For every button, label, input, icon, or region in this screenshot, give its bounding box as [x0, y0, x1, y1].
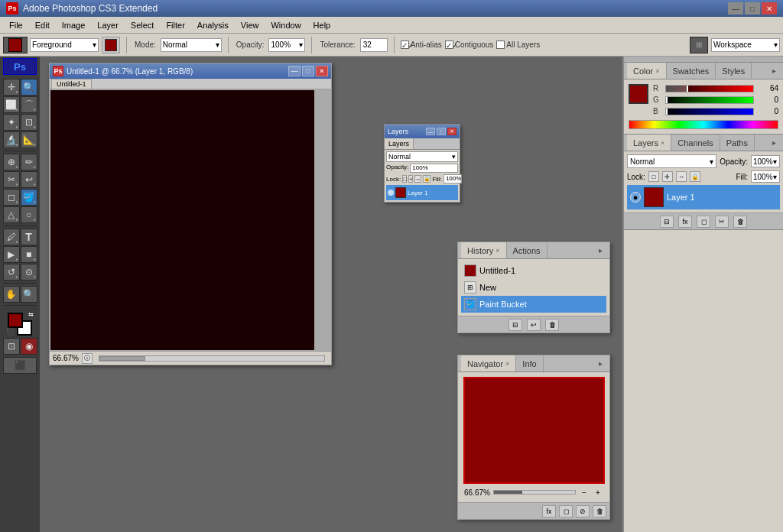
mini-lock-icon4[interactable]: 🔒 [423, 175, 430, 183]
mini-fill-input[interactable]: 100% [443, 174, 462, 183]
paint-bucket-tool[interactable]: 🪣▸ [21, 189, 37, 206]
navigator-zoom-slider[interactable] [493, 490, 576, 495]
quick-mask-mode[interactable]: ◉ [21, 338, 37, 355]
history-item-2[interactable]: ⊞ New [461, 279, 606, 296]
menu-layer[interactable]: Layer [91, 19, 125, 31]
doc-maximize-btn[interactable]: □ [302, 66, 314, 76]
mini-close-btn[interactable]: ✕ [447, 128, 456, 135]
mini-lock-icon2[interactable]: + [408, 175, 413, 183]
history-panel-options[interactable]: ▸ [594, 245, 606, 257]
nav-btn-4[interactable]: 🗑 [593, 505, 606, 517]
3d-orbit-tool[interactable]: ⊙▸ [21, 264, 37, 281]
workspace-icon[interactable]: ⊞ [690, 37, 708, 54]
healing-brush-tool[interactable]: ⊕▸ [3, 154, 20, 170]
opacity-input[interactable]: 100%▾ [268, 38, 305, 52]
doc-scrollbar-h[interactable] [99, 355, 325, 362]
dodge-tool[interactable]: ○▸ [21, 206, 37, 223]
hand-tool[interactable]: ✋ [3, 286, 20, 303]
history-delete-btn[interactable]: 🗑 [545, 319, 559, 331]
mini-blend-dropdown[interactable]: Normal▾ [386, 151, 458, 162]
color-panel-options[interactable]: ▸ [768, 65, 780, 77]
all-layers-checkbox[interactable]: All Layers [496, 41, 540, 49]
lock-position-icon[interactable]: ↔ [676, 171, 687, 182]
history-brush-tool[interactable]: ↩▸ [21, 171, 37, 188]
panels-resize-handle[interactable] [624, 57, 783, 63]
menu-analysis[interactable]: Analysis [191, 19, 235, 31]
swap-colors-icon[interactable]: ⇆ [28, 311, 34, 318]
zoom-in-btn[interactable]: + [593, 487, 603, 498]
tool-preset-picker[interactable] [3, 37, 28, 54]
color-spectrum[interactable] [629, 120, 778, 129]
history-item-1[interactable]: Untitled-1 [461, 262, 606, 279]
layer-item-1[interactable]: ● Layer 1 [627, 185, 780, 209]
tab-layers[interactable]: Layers × [627, 135, 671, 151]
navigator-panel-options[interactable]: ▸ [594, 358, 606, 370]
eyedropper-tool[interactable]: 🔬▸ [3, 131, 20, 148]
tab-navigator[interactable]: Navigator × [461, 355, 516, 371]
layers-blend-dropdown[interactable]: Normal▾ [627, 154, 716, 168]
path-selection-tool[interactable]: ▶▸ [3, 246, 20, 263]
tab-info[interactable]: Info [516, 355, 543, 371]
contiguous-checkbox[interactable]: ✓ Contiguous [445, 41, 494, 49]
mini-layer-item[interactable]: Layer 1 [386, 185, 458, 200]
3d-rotate-tool[interactable]: ↺▸ [3, 264, 20, 281]
document-canvas[interactable] [50, 90, 314, 350]
zoom-tool2[interactable]: 🔍 [21, 79, 37, 96]
tab-actions[interactable]: Actions [507, 242, 547, 258]
new-layer-btn[interactable]: ✂ [715, 216, 729, 228]
mini-lock-icon1[interactable]: □ [402, 175, 407, 183]
magic-wand-tool[interactable]: ✦▸ [3, 114, 20, 131]
doc-info-btn[interactable]: ⓘ [82, 353, 93, 364]
nav-btn-3[interactable]: ⊘ [576, 505, 590, 517]
mini-tab-layers[interactable]: Layers [385, 138, 414, 149]
foreground-color[interactable] [8, 313, 23, 328]
standard-mode[interactable]: ⊡ [3, 338, 20, 355]
tab-color[interactable]: Color × [627, 63, 667, 79]
blur-tool[interactable]: △▸ [3, 206, 20, 223]
navigator-tab-close[interactable]: × [505, 360, 509, 368]
new-group-btn[interactable]: ◻ [697, 216, 710, 228]
color-fg-swatch[interactable] [629, 84, 648, 104]
r-slider[interactable] [665, 85, 754, 92]
foreground-color-swatch[interactable] [102, 37, 120, 54]
tab-history[interactable]: History × [461, 242, 507, 258]
screen-mode[interactable]: ⬛ [3, 357, 37, 374]
layer-eye-icon[interactable]: ● [630, 192, 641, 203]
maximize-button[interactable]: □ [745, 2, 760, 15]
layers-panel-options[interactable]: ▸ [768, 137, 780, 149]
type-tool[interactable]: T [21, 229, 37, 245]
brush-tool[interactable]: ✏▸ [21, 154, 37, 170]
mini-maximize-btn[interactable]: □ [437, 128, 446, 135]
tolerance-input[interactable]: 32 [360, 38, 388, 52]
eraser-tool[interactable]: ◻▸ [3, 189, 20, 206]
tab-swatches[interactable]: Swatches [667, 63, 716, 79]
ruler-tool[interactable]: 📐▸ [21, 131, 37, 148]
menu-window[interactable]: Window [265, 19, 307, 31]
pen-tool[interactable]: 🖊▸ [3, 229, 20, 245]
shape-tool[interactable]: ■▸ [21, 246, 37, 263]
zoom-tool[interactable]: 🔍 [21, 286, 37, 303]
anti-alias-checkbox[interactable]: ✓ Anti-alias [401, 41, 442, 49]
marquee-tool[interactable]: ⬜▸ [3, 96, 20, 113]
move-tool[interactable]: ✛▸ [3, 79, 20, 96]
history-undo-btn[interactable]: ↩ [527, 319, 541, 331]
workspace-dropdown[interactable]: Workspace▾ [711, 38, 780, 52]
history-item-3[interactable]: 🪣 Paint Bucket [461, 296, 606, 313]
minimize-button[interactable]: — [728, 2, 743, 15]
nav-btn-1[interactable]: fx [542, 505, 556, 517]
lock-transparent-icon[interactable]: □ [648, 171, 659, 182]
crop-tool[interactable]: ⊡▸ [21, 114, 37, 131]
menu-edit[interactable]: Edit [29, 19, 56, 31]
clone-stamp-tool[interactable]: ✂▸ [3, 171, 20, 188]
history-tab-close[interactable]: × [495, 247, 499, 255]
lock-image-icon[interactable]: ✛ [662, 171, 673, 182]
menu-filter[interactable]: Filter [160, 19, 190, 31]
blend-mode-dropdown[interactable]: Normal▾ [161, 38, 222, 52]
tab-channels[interactable]: Channels [671, 135, 720, 151]
menu-view[interactable]: View [235, 19, 265, 31]
doc-tab[interactable]: Untitled-1 [51, 79, 92, 89]
mini-lock-icon3[interactable]: ↔ [414, 175, 421, 183]
add-mask-btn[interactable]: fx [678, 216, 692, 228]
layers-tab-close[interactable]: × [661, 139, 664, 147]
lock-all-icon[interactable]: 🔒 [690, 171, 700, 182]
